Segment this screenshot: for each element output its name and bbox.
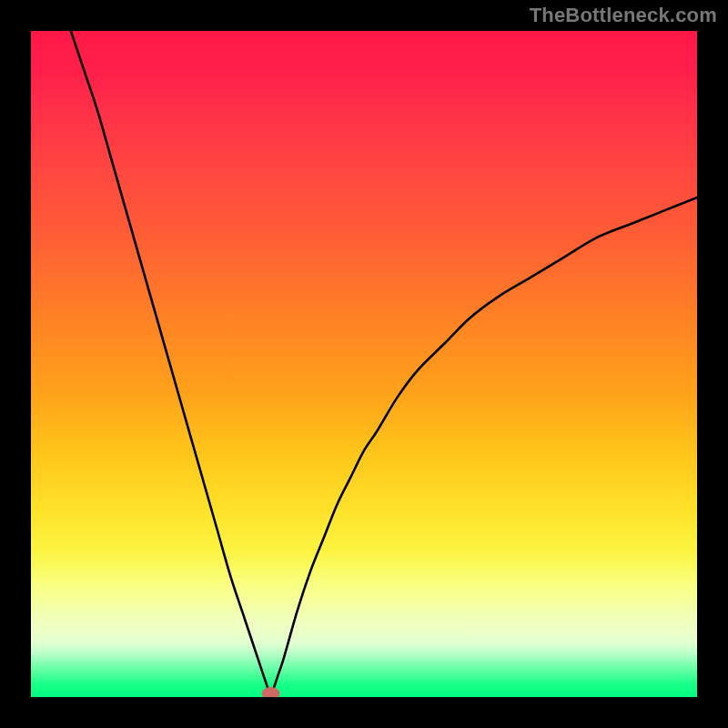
chart-frame: TheBottleneck.com (0, 0, 728, 728)
curve-left-branch (71, 31, 271, 697)
watermark-text: TheBottleneck.com (530, 4, 717, 27)
minimum-marker (262, 687, 280, 697)
plot-area (31, 31, 697, 697)
curve-right-branch (271, 197, 697, 697)
bottleneck-curve (31, 31, 697, 697)
